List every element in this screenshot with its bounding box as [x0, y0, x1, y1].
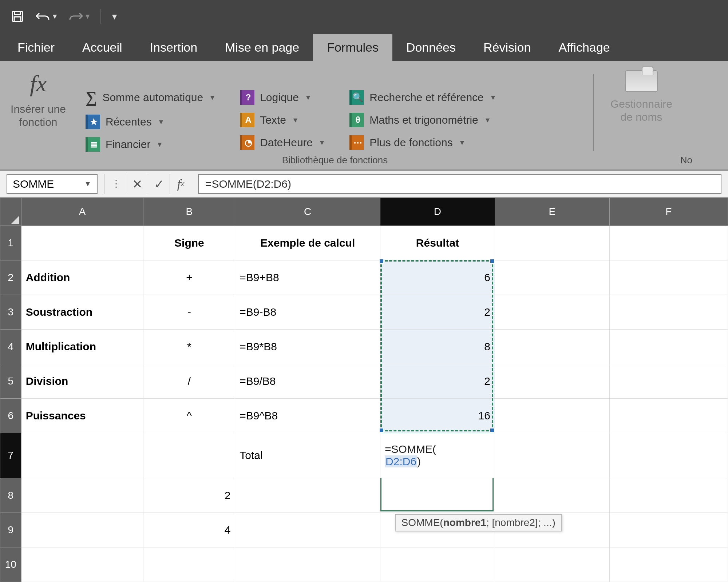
cell-B6[interactable]: ^ [143, 398, 235, 433]
tab-accueil[interactable]: Accueil [68, 34, 136, 61]
row-header-8[interactable]: 8 [0, 478, 21, 513]
cell-A8[interactable] [21, 478, 143, 513]
cell-B5[interactable]: / [143, 364, 235, 398]
col-header-B[interactable]: B [143, 198, 235, 226]
spreadsheet-grid[interactable]: ABCDEF1SigneExemple de calculRésultat2Ad… [0, 198, 728, 582]
cell-E1[interactable] [495, 226, 609, 260]
tab-fichier[interactable]: Fichier [4, 34, 68, 61]
col-header-F[interactable]: F [609, 198, 728, 226]
datetime-button[interactable]: ◔ DateHeure ▾ [240, 135, 324, 150]
qat-customize-icon[interactable]: ▾ [112, 11, 117, 22]
cancel-formula-icon[interactable]: ✕ [126, 174, 148, 194]
cell-D3[interactable]: 2 [380, 295, 495, 329]
cell-C2[interactable]: =B9+B8 [235, 260, 380, 295]
autosum-button[interactable]: ∑ Somme automatique ▾ [86, 88, 214, 107]
accept-formula-icon[interactable]: ✓ [148, 174, 170, 194]
cell-A4[interactable]: Multiplication [21, 329, 143, 364]
more-functions-button[interactable]: ⋯ Plus de fonctions ▾ [349, 135, 495, 150]
cell-E3[interactable] [495, 295, 609, 329]
undo-icon[interactable]: ▾ [35, 11, 57, 22]
cell-C4[interactable]: =B9*B8 [235, 329, 380, 364]
lookup-reference-button[interactable]: 🔍 Recherche et référence ▾ [349, 90, 495, 105]
cell-F7[interactable] [609, 433, 728, 478]
cell-B9[interactable]: 4 [143, 513, 235, 547]
row-header-10[interactable]: 10 [0, 547, 21, 582]
cell-B7[interactable] [143, 433, 235, 478]
col-header-E[interactable]: E [495, 198, 609, 226]
cell-E6[interactable] [495, 398, 609, 433]
cell-B10[interactable] [143, 547, 235, 582]
financial-button[interactable]: ≣ Financier ▾ [86, 137, 214, 152]
row-header-2[interactable]: 2 [0, 260, 21, 295]
cell-D4[interactable]: 8 [380, 329, 495, 364]
cell-E2[interactable] [495, 260, 609, 295]
row-header-3[interactable]: 3 [0, 295, 21, 329]
row-header-1[interactable]: 1 [0, 226, 21, 260]
cell-D10[interactable] [380, 547, 495, 582]
cell-E4[interactable] [495, 329, 609, 364]
cell-F1[interactable] [609, 226, 728, 260]
tab-mise-en-page[interactable]: Mise en page [211, 34, 313, 61]
cell-D6[interactable]: 16 [380, 398, 495, 433]
name-manager-button[interactable]: Gestionnairede noms [610, 70, 672, 124]
cell-C5[interactable]: =B9/B8 [235, 364, 380, 398]
cell-E5[interactable] [495, 364, 609, 398]
row-header-5[interactable]: 5 [0, 364, 21, 398]
math-trig-button[interactable]: θ Maths et trigonométrie ▾ [349, 113, 495, 127]
cell-D1[interactable]: Résultat [380, 226, 495, 260]
tab-formules[interactable]: Formules [313, 34, 392, 61]
cell-A2[interactable]: Addition [21, 260, 143, 295]
cell-D7[interactable]: =SOMME(D2:D6) [380, 433, 495, 478]
cell-D8[interactable] [380, 478, 495, 513]
cell-A1[interactable] [21, 226, 143, 260]
fx-icon[interactable]: fx [170, 174, 191, 194]
cell-A6[interactable]: Puissances [21, 398, 143, 433]
cell-C1[interactable]: Exemple de calcul [235, 226, 380, 260]
cell-E10[interactable] [495, 547, 609, 582]
cell-B1[interactable]: Signe [143, 226, 235, 260]
col-header-D[interactable]: D [380, 198, 495, 226]
col-header-C[interactable]: C [235, 198, 380, 226]
cell-C7[interactable]: Total [235, 433, 380, 478]
expand-formula-bar-icon[interactable]: ⋮ [104, 174, 126, 194]
tab-affichage[interactable]: Affichage [545, 34, 624, 61]
cell-F5[interactable] [609, 364, 728, 398]
cell-B8[interactable]: 2 [143, 478, 235, 513]
recent-functions-button[interactable]: ★ Récentes ▾ [86, 115, 214, 129]
cell-C9[interactable] [235, 513, 380, 547]
col-header-A[interactable]: A [21, 198, 143, 226]
tab-revision[interactable]: Révision [470, 34, 545, 61]
row-header-9[interactable]: 9 [0, 513, 21, 547]
cell-F9[interactable] [609, 513, 728, 547]
formula-input[interactable]: =SOMME(D2:D6) [198, 174, 721, 194]
cell-A3[interactable]: Soustraction [21, 295, 143, 329]
cell-F3[interactable] [609, 295, 728, 329]
tab-donnees[interactable]: Données [392, 34, 470, 61]
cell-C8[interactable] [235, 478, 380, 513]
select-all-corner[interactable] [0, 198, 21, 226]
name-box[interactable]: SOMME ▼ [7, 174, 98, 194]
save-icon[interactable] [11, 10, 24, 23]
cell-B3[interactable]: - [143, 295, 235, 329]
insert-function-button[interactable]: fx Insérer unefonction [11, 70, 66, 129]
tab-insertion[interactable]: Insertion [136, 34, 211, 61]
cell-C3[interactable]: =B9-B8 [235, 295, 380, 329]
cell-B2[interactable]: + [143, 260, 235, 295]
cell-F6[interactable] [609, 398, 728, 433]
cell-A10[interactable] [21, 547, 143, 582]
cell-F2[interactable] [609, 260, 728, 295]
cell-C6[interactable]: =B9^B8 [235, 398, 380, 433]
text-button[interactable]: A Texte ▾ [240, 113, 324, 127]
cell-D5[interactable]: 2 [380, 364, 495, 398]
row-header-7[interactable]: 7 [0, 433, 21, 478]
cell-F8[interactable] [609, 478, 728, 513]
cell-A9[interactable] [21, 513, 143, 547]
cell-E8[interactable] [495, 478, 609, 513]
cell-B4[interactable]: * [143, 329, 235, 364]
row-header-4[interactable]: 4 [0, 329, 21, 364]
cell-E7[interactable] [495, 433, 609, 478]
redo-icon[interactable]: ▾ [68, 11, 90, 22]
cell-A5[interactable]: Division [21, 364, 143, 398]
row-header-6[interactable]: 6 [0, 398, 21, 433]
cell-C10[interactable] [235, 547, 380, 582]
